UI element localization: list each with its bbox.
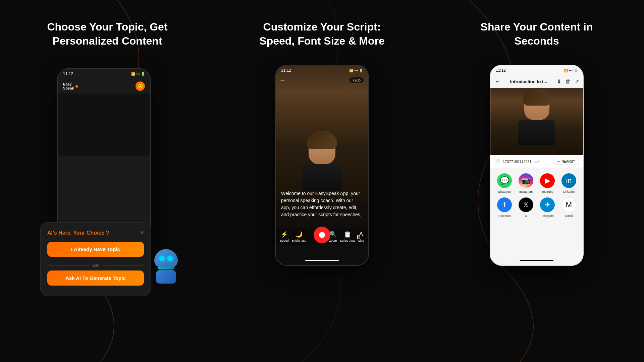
phone2-video-bg: 11:12 📶 ▪▪▪ 🔋 ← 720p Welcome to our Eas	[276, 65, 368, 265]
person-body-thumb	[518, 120, 555, 145]
share-app-linkedin[interactable]: inLinkedIn	[560, 173, 578, 193]
ai-choice-dialog: AI's Here. Your Choice ? × I Already Hav…	[40, 222, 151, 296]
youtube-label: YouTube	[541, 190, 553, 193]
phone3-file-bar: 📄 17077150114481.mp4 ⋯ NEARBY	[490, 155, 583, 168]
phone3-video-thumb	[490, 88, 583, 155]
or-divider: OR	[47, 263, 144, 268]
phone2-status-icons: 📶 ▪▪▪ 🔋	[349, 69, 363, 72]
phone1-wrapper: 11:12 📶 ▪▪▪ 🔋 EasySpeak ◀ 😊	[50, 61, 164, 289]
share-app-telegram[interactable]: ✈Telegram	[539, 197, 556, 218]
phone3-back-icon[interactable]: ←	[494, 78, 500, 85]
robot-left-eye	[159, 256, 165, 261]
user-avatar-icon[interactable]: 😊	[136, 81, 145, 91]
phone1-status-bar: 11:12 📶 ▪▪▪ 🔋	[58, 69, 150, 79]
phone2-signal-icon: 📶	[349, 69, 353, 72]
phone2-nav-indicator	[305, 260, 339, 261]
speed-label: Speed	[280, 239, 289, 242]
delete-icon[interactable]: 🗑	[565, 78, 571, 85]
phone-3: 11:12 📶 ▪▪▪ 🔋 ← Introduction to t... ⬇ 🗑…	[490, 65, 584, 266]
robot-torso	[156, 270, 176, 284]
logo-arrow-icon: ◀	[74, 84, 77, 88]
share-app-x[interactable]: 𝕏X	[517, 197, 535, 218]
share-apps-grid: 💬WhatsApp📷Instagram▶YouTubeinLinkedInfFa…	[490, 168, 583, 223]
phone2-status-bar: 11:12 📶 ▪▪▪ 🔋	[276, 65, 368, 75]
phone2-container: 11:12 📶 ▪▪▪ 🔋 ← 720p Welcome to our Eas	[275, 65, 369, 266]
back-arrow-icon[interactable]: ←	[280, 76, 286, 84]
right-divider-line	[102, 265, 144, 265]
column-1: Choose Your Topic, Get Personalized Cont…	[0, 20, 215, 289]
phone3-battery-icon: 🔋	[574, 69, 578, 72]
phone2-wifi-icon: ▪▪▪	[354, 69, 358, 72]
nearby-label: NEARBY	[561, 160, 575, 163]
ask-ai-generate-button[interactable]: Ask AI To Generate Topic	[47, 270, 144, 286]
person-hair	[307, 131, 337, 149]
robot-right-eye	[167, 256, 173, 261]
phone3-status-bar: 11:12 📶 ▪▪▪ 🔋	[490, 65, 583, 75]
person-hair-thumb	[523, 89, 551, 106]
quality-badge[interactable]: 720p	[349, 77, 364, 83]
record-button[interactable]	[314, 227, 330, 243]
zoom-icon: 🔍	[329, 231, 337, 238]
gmail-icon: M	[561, 197, 576, 212]
battery-icon: 🔋	[141, 72, 145, 76]
phone1-body	[58, 94, 150, 156]
column-2: Customize Your Script: Speed, Font Size …	[215, 20, 429, 266]
main-content: Choose Your Topic, Get Personalized Cont…	[0, 0, 644, 362]
telegram-label: Telegram	[541, 214, 553, 218]
zoom-label: Zoom	[329, 239, 337, 242]
download-icon[interactable]: ⬇	[557, 78, 561, 85]
or-text: OR	[92, 263, 99, 268]
speed-icon: ⚡	[281, 231, 288, 238]
x-icon: 𝕏	[519, 197, 533, 212]
phone2-top-bar: ← 720p	[276, 75, 368, 85]
signal-icon: 📶	[131, 72, 135, 76]
phone-2: 11:12 📶 ▪▪▪ 🔋 ← 720p Welcome to our Eas	[275, 65, 369, 266]
youtube-icon: ▶	[540, 173, 555, 188]
phone2-battery-icon: 🔋	[359, 69, 363, 72]
wifi-icon: ▪▪▪	[136, 72, 140, 76]
zoom-control[interactable]: 🔍 Zoom	[329, 231, 337, 242]
nearby-button[interactable]: ⋯ NEARBY	[553, 158, 579, 165]
script-view-label: Script View	[340, 239, 355, 242]
left-divider-line	[47, 265, 90, 265]
instagram-icon: 📷	[519, 173, 533, 188]
robot-head	[154, 249, 178, 267]
phone2-time: 11:12	[281, 68, 291, 73]
share-app-facebook[interactable]: fFacebook	[496, 197, 513, 218]
robot-body	[153, 249, 179, 279]
share-app-youtube[interactable]: ▶YouTube	[539, 173, 556, 193]
col3-title: Share Your Content in Seconds	[481, 20, 593, 48]
share-app-instagram[interactable]: 📷Instagram	[517, 173, 535, 193]
video-person	[276, 65, 368, 201]
easyspeak-logo: EasySpeak ◀	[63, 82, 77, 90]
brightness-icon: 🌙	[295, 231, 303, 238]
already-have-topic-button[interactable]: I Already Have Topic	[47, 242, 144, 257]
linkedin-label: LinkedIn	[563, 190, 575, 193]
telegram-icon: ✈	[540, 197, 555, 212]
brightness-control[interactable]: 🌙 Brightness	[292, 231, 306, 242]
file-name-text: 17077150114481.mp4	[503, 160, 540, 164]
pause-button[interactable]: ⏸	[355, 233, 362, 241]
person-face	[309, 134, 335, 164]
phone3-signal-icon: 📶	[564, 69, 568, 72]
phone3-wifi-icon: ▪▪▪	[569, 69, 573, 72]
instagram-label: Instagram	[519, 190, 533, 193]
col1-title: Choose Your Topic, Get Personalized Cont…	[47, 20, 167, 48]
video-person-thumb	[510, 92, 564, 155]
share-header-icon[interactable]: ↗	[575, 78, 579, 85]
phone1-header: EasySpeak ◀ 😊	[58, 79, 150, 94]
facebook-icon: f	[497, 197, 512, 212]
script-view-control[interactable]: 📋 Script View	[340, 231, 355, 242]
speed-control[interactable]: ⚡ Speed	[280, 231, 289, 242]
phone3-time: 11:12	[496, 68, 506, 73]
dialog-close-button[interactable]: ×	[140, 229, 144, 236]
phone3-header-title: Introduction to t...	[510, 79, 547, 84]
share-app-gmail[interactable]: MGmail	[560, 197, 578, 218]
gmail-label: Gmail	[565, 214, 573, 218]
share-app-whatsapp[interactable]: 💬WhatsApp	[496, 173, 513, 193]
facebook-label: Facebook	[498, 214, 511, 218]
phone3-status-icons: 📶 ▪▪▪ 🔋	[564, 69, 578, 72]
dialog-header: AI's Here. Your Choice ? ×	[47, 229, 144, 236]
phone1-time: 11:12	[63, 71, 73, 76]
person-body	[302, 164, 342, 191]
